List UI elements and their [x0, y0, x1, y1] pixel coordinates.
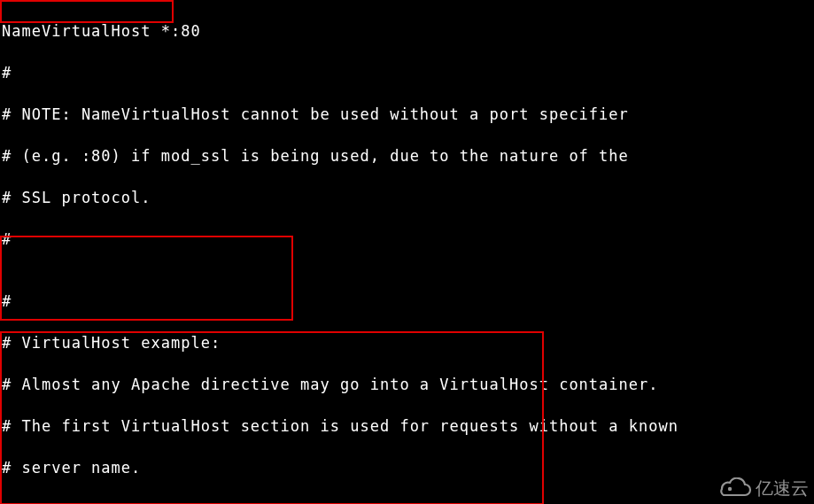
config-line: #: [2, 63, 812, 84]
config-line: # The first VirtualHost section is used …: [2, 416, 812, 438]
config-line: # VirtualHost example:: [2, 333, 812, 354]
svg-point-0: [728, 487, 732, 491]
cloud-icon: [715, 477, 754, 500]
watermark-text: 亿速云: [756, 478, 809, 500]
config-line: # server name.: [2, 458, 812, 479]
watermark: 亿速云: [715, 477, 809, 500]
config-line: #: [2, 229, 812, 251]
terminal-output: NameVirtualHost *:80 # # NOTE: NameVirtu…: [0, 0, 814, 504]
config-line: #: [2, 500, 812, 504]
config-line: # Almost any Apache directive may go int…: [2, 375, 812, 396]
config-line: # (e.g. :80) if mod_ssl is being used, d…: [2, 146, 812, 167]
config-line: # NOTE: NameVirtualHost cannot be used w…: [2, 105, 812, 126]
config-line: #: [2, 291, 812, 313]
config-line: # SSL protocol.: [2, 188, 812, 209]
config-line: NameVirtualHost *:80: [2, 21, 812, 43]
